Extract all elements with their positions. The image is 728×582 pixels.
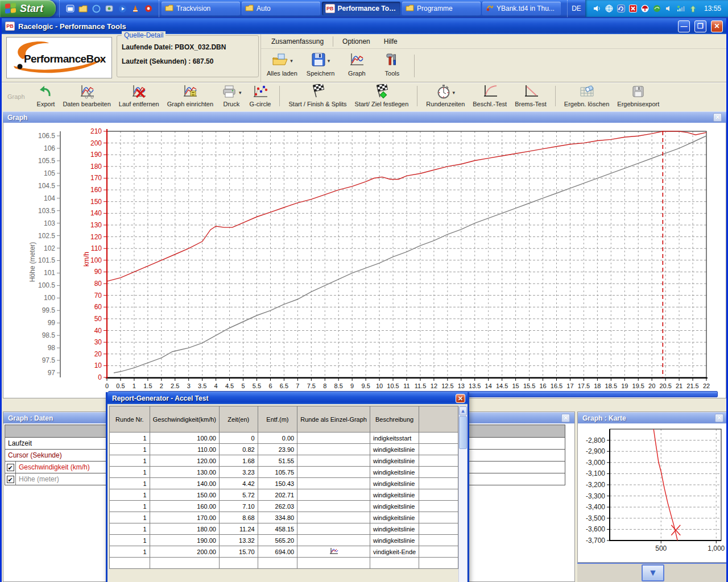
column-header[interactable]: Beschreibung xyxy=(370,406,419,433)
update-icon[interactable] xyxy=(617,5,626,13)
svg-text:97.5: 97.5 xyxy=(42,356,56,364)
menu-hilfe[interactable]: Hilfe xyxy=(377,35,404,48)
table-row[interactable]: 1180.0011.24458.15windigkeitslinie xyxy=(110,523,458,535)
toolbar-button-brems-test[interactable]: Brems-Test xyxy=(511,84,551,108)
column-header[interactable]: Entf.(m) xyxy=(258,406,297,433)
table-cell: 0 xyxy=(219,433,258,444)
close-icon[interactable]: ✕ xyxy=(713,113,722,122)
blocked-icon[interactable] xyxy=(629,5,638,13)
column-header[interactable]: Zeit(en) xyxy=(219,406,258,433)
toolbar-button-graph-einrichten[interactable]: Graph einrichten xyxy=(163,84,217,108)
toolbar-button-daten-bearbeiten[interactable]: Daten bearbeiten xyxy=(59,84,114,108)
speed-altitude-chart[interactable]: 00.511.522.533.544.555.566.577.588.599.5… xyxy=(3,123,726,394)
dock-down-button[interactable]: ▼ xyxy=(642,564,664,581)
table-row[interactable]: 1140.004.42150.43windigkeitslinie xyxy=(110,478,458,489)
dropdown-arrow-icon[interactable]: ▾ xyxy=(239,90,242,95)
toolbar-button-label: Druck xyxy=(223,101,239,107)
toolbar-button-lauf-entfernen[interactable]: Lauf entfernen xyxy=(115,84,163,108)
checkbox[interactable]: ✔ xyxy=(7,464,14,471)
media-player-icon[interactable] xyxy=(118,4,127,13)
einzel-graph-icon[interactable] xyxy=(329,550,338,556)
menu-zusammenfassung[interactable]: Zusamenfassung xyxy=(264,35,330,48)
load-all-button[interactable]: ▾ Alles laden xyxy=(263,51,301,78)
graph-karte-panel: Graph : Karte ✕ -2,800-2,900-3,000-3,100… xyxy=(577,411,728,563)
network-globe-icon[interactable] xyxy=(605,5,614,13)
track-map-chart[interactable]: -2,800-2,900-3,000-3,100-3,200-3,300-3,4… xyxy=(578,423,728,562)
save-button[interactable]: ▾ Speichern xyxy=(303,51,338,78)
svg-text:10: 10 xyxy=(94,361,102,369)
table-row[interactable]: 1150.005.72202.71windigkeitslinie xyxy=(110,489,458,501)
vertical-scrollbar[interactable]: ▲ xyxy=(458,406,468,582)
close-icon[interactable]: ✕ xyxy=(561,414,570,422)
toolbar-button-ergebn-löschen[interactable]: Ergebn. löschen xyxy=(560,84,614,108)
svg-text:21.5: 21.5 xyxy=(686,383,698,389)
table-row[interactable]: 1190.0013.32565.20windigkeitslinie xyxy=(110,535,458,546)
taskbar-item-auto[interactable]: Auto xyxy=(242,2,320,15)
taskbar-item-ybank[interactable]: YBank.td4 in Thu... xyxy=(482,2,561,15)
audio-icon[interactable] xyxy=(665,5,673,13)
svg-text:21: 21 xyxy=(676,383,682,389)
table-row[interactable]: 1100.0000.00indigkeitsstart xyxy=(110,433,458,444)
toolbar-button-beschl-test[interactable]: Beschl.-Test xyxy=(469,84,511,108)
table-row[interactable]: 1170.008.68334.80windigkeitslinie xyxy=(110,512,458,523)
close-icon[interactable]: ✕ xyxy=(456,394,465,403)
volume-icon[interactable] xyxy=(593,5,602,13)
taskbar-clock[interactable]: 13:55 xyxy=(704,5,721,13)
svg-text:98: 98 xyxy=(48,344,56,352)
minimize-button[interactable]: — xyxy=(678,20,690,32)
dialog-titlebar[interactable]: Report-Generator - Accel Test ✕ xyxy=(107,392,468,404)
window-title: Racelogic - Performance Tools xyxy=(18,22,673,31)
table-row[interactable]: 1130.003.23105.75windigkeitslinie xyxy=(110,467,458,478)
menu-optionen[interactable]: Optionen xyxy=(336,35,377,48)
taskbar-item-programme[interactable]: Programme xyxy=(402,2,481,15)
dropdown-arrow-icon[interactable]: ▾ xyxy=(453,90,456,95)
table-cell: 120.00 xyxy=(150,455,219,467)
toolbar-button-label: Start/ Ziel festlegen xyxy=(355,101,409,107)
graph-button[interactable]: Graph xyxy=(340,51,373,78)
usb-device-icon[interactable] xyxy=(689,5,697,13)
column-header[interactable]: Runde als Einzel-Graph xyxy=(297,406,370,433)
firewall-icon[interactable] xyxy=(144,4,153,13)
toolbar-button-ergebnisexport[interactable]: Ergebnisexport xyxy=(613,84,663,108)
folder-icon[interactable] xyxy=(78,4,88,13)
toolbar-button-start-ziel-festlegen[interactable]: Start/ Ziel festlegen xyxy=(351,84,413,108)
dropdown-arrow-icon[interactable]: ▾ xyxy=(290,58,293,64)
start-button[interactable]: Start xyxy=(0,0,56,17)
toolbar-button-export[interactable]: Export xyxy=(33,84,59,108)
taskbar-item-trackvision[interactable]: Trackvision xyxy=(162,2,240,15)
svg-text:18: 18 xyxy=(594,383,601,389)
toolbar-button-start-finish-splits[interactable]: Start / Finish & Splits xyxy=(284,84,350,108)
column-header[interactable] xyxy=(419,406,458,433)
signal-strength-icon[interactable] xyxy=(677,5,685,13)
table-row[interactable]: 1110.000.8223.90windigkeitslinie xyxy=(110,444,458,455)
column-header[interactable]: Geschwindigkeit(km/h) xyxy=(150,406,219,433)
table-cell xyxy=(297,523,370,535)
table-row[interactable]: 1120.001.6851.55windigkeitslinie xyxy=(110,455,458,467)
svg-text:30: 30 xyxy=(94,338,102,346)
table-cell: 1 xyxy=(110,546,150,558)
internet-explorer-icon[interactable]: e xyxy=(92,4,101,13)
graphics-icon[interactable] xyxy=(653,5,661,13)
dropdown-arrow-icon[interactable]: ▾ xyxy=(328,58,330,64)
scroll-up-icon[interactable]: ▲ xyxy=(459,406,467,415)
window-icon[interactable] xyxy=(65,4,75,13)
toolbar-button-rundenzeiten[interactable]: ▾Rundenzeiten xyxy=(422,84,469,108)
scrollbar-thumb[interactable] xyxy=(459,416,467,449)
folder-icon xyxy=(165,5,173,13)
close-button[interactable]: ✕ xyxy=(711,20,723,32)
tools-button[interactable]: Tools xyxy=(375,51,408,78)
table-cell: 694.00 xyxy=(258,546,297,558)
toolbar-button-g-circle[interactable]: G-circle xyxy=(246,84,275,108)
column-header[interactable]: Runde Nr. xyxy=(110,406,150,433)
toolbar-button-druck[interactable]: ▾Druck xyxy=(217,84,246,108)
close-icon[interactable]: ✕ xyxy=(715,414,723,422)
table-row[interactable]: 1200.0015.70694.00vindigkeit-Ende xyxy=(110,546,458,558)
antivirus-umbrella-icon[interactable] xyxy=(641,5,650,13)
messenger-icon[interactable] xyxy=(105,4,114,13)
vlc-cone-icon[interactable] xyxy=(131,4,140,13)
language-indicator[interactable]: DE xyxy=(567,0,585,17)
checkbox[interactable]: ✔ xyxy=(7,476,14,483)
maximize-button[interactable]: ❐ xyxy=(694,20,706,32)
table-row[interactable]: 1160.007.10262.03windigkeitslinie xyxy=(110,501,458,512)
taskbar-item-performance-tools[interactable]: PB Performance Tools xyxy=(322,2,400,15)
